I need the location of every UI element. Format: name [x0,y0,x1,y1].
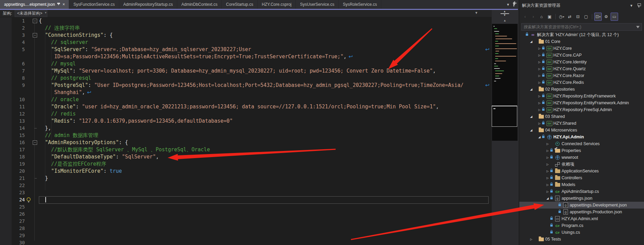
code-row[interactable]: 5"SqlServer": "Server=.;Database=hzy_adm… [0,46,492,53]
back-icon[interactable]: ‹ [521,13,529,21]
code-row[interactable]: 16"AdminRepositoryOptions": { [0,139,492,146]
code-row[interactable]: 23 [0,189,492,196]
tree-expander-icon[interactable]: ▷ [537,74,542,77]
tree-expander-icon[interactable]: ▷ [537,67,542,71]
tree-expander-icon[interactable]: ◢ [537,135,542,139]
code-row[interactable]: 7"MySql": "Server=localhost; port=3306; … [0,67,492,75]
tab-pin-icon[interactable] [57,3,60,6]
tree-item-hzy.core.cap[interactable]: ▷C#HZY.Core.CAP [519,52,644,59]
tree-expander-icon[interactable]: ▷ [529,238,534,241]
tree-item-hzy.core.redis[interactable]: ▷C#HZY.Core.Redis [519,79,644,86]
scroll-up-arrow[interactable]: ▲ [492,17,518,24]
collapse-all-icon[interactable]: ⊟ [574,13,582,21]
tree-item-04-microservices[interactable]: ◢04 Microservices [519,127,644,134]
code-row[interactable]: 19//是否监控EFCore程序 [0,160,492,168]
document-tab-1[interactable]: appsettings....elopment.json× [0,0,69,9]
tree-item-appsettings.production.json[interactable]: {}appsettings.Production.json [519,209,644,215]
search-filter-funnel-icon[interactable] [636,26,640,28]
editor-split-handle[interactable]: ▲▼ [492,10,518,17]
sync-with-active-document-icon[interactable]: ▣ [546,13,553,21]
code-row[interactable]: 30 [0,239,492,245]
tabstrip-gear-icon[interactable] [513,2,515,7]
tree-expander-icon[interactable]: ◢ [529,40,534,43]
tree-expander-icon[interactable]: ▷ [537,108,542,111]
tree-expander-icon[interactable]: ▷ [537,95,542,98]
panel-options-chevron-icon[interactable]: ▼ [630,4,633,7]
tree-expander-icon[interactable]: ◢ [529,88,534,91]
tree-item-hzy.api.admin[interactable]: ◢HZY.Api.Admin [519,134,644,140]
tree-expander-icon[interactable]: ▷ [545,170,550,173]
refresh-icon[interactable]: ⇄ [566,13,573,21]
code-row[interactable]: 22 [0,182,492,189]
tree-item-hzy.repository.entityframework[interactable]: ▷C#HZY.Repository.EntityFramework [519,93,644,99]
tree-item-02-repositories[interactable]: ◢02 Repositories [519,86,644,93]
code-row[interactable]: 28 [0,225,492,232]
tree-item-controllers[interactable]: ▷Controllers [519,174,644,181]
tree-expander-icon[interactable]: ▷ [545,177,550,180]
code-row[interactable]: 10// oracle [0,96,492,103]
tree-item-hzy.core.razor[interactable]: ▷C#HZY.Core.Razor [519,72,644,79]
code-row[interactable]: 6// mysql [0,60,492,67]
properties-icon[interactable]: ⚙ [602,13,610,21]
tree-item-models[interactable]: ▷Models [519,181,644,188]
fold-collapse-box[interactable]: − [33,33,37,37]
tree-item-hzy.core.identity[interactable]: ▷C#HZY.Core.Identity [519,59,644,65]
code-row[interactable]: 13"Redis": "127.0.0.1:6379,password=1234… [0,118,492,125]
tab-close-icon[interactable]: × [62,2,65,6]
code-row[interactable]: 15// admin 数据库管理 [0,132,492,139]
tree-expander-icon[interactable]: ◢ [545,197,550,200]
code-editor[interactable]: 1{2// 连接字符串3"ConnectionStrings": {4// sq… [0,17,492,245]
code-row[interactable]: 29 [0,232,492,239]
code-row[interactable]: 4// sqlserver [0,39,492,46]
solution-search-input[interactable] [522,25,636,29]
document-tab-2[interactable]: SysFunctionService.cs [69,0,119,9]
code-row[interactable]: 27 [0,218,492,225]
code-row[interactable]: 11"Oracle": "user id=hzy_admin_oracle_20… [0,103,492,110]
home-icon[interactable]: ⌂ [538,13,545,21]
map-viewport-box[interactable] [492,106,517,127]
document-tab-3[interactable]: AdminRepositoryStartup.cs [119,0,177,9]
tree-item-hzy.core[interactable]: ▷C#HZY.Core [519,45,644,52]
tree-item--hzy.admin-12-12-[interactable]: ∞解决方案 'HZY.Admin' (12 个项目, 共 12 个) [519,31,644,38]
architecture-dropdown[interactable]: <未选择架构> [15,10,47,17]
document-tab-5[interactable]: CoreStartup.cs [222,0,258,9]
tree-item-applicationservices[interactable]: ▷ApplicationServices [519,168,644,174]
forward-icon[interactable]: › [530,13,537,21]
tree-expander-icon[interactable]: ▷ [537,47,542,50]
code-row[interactable]: 18"DefaultDatabaseType": "SqlServer", [0,153,492,160]
document-tab-8[interactable]: SysRoleService.cs [339,0,381,9]
navbar-chevron-icon[interactable]: ▼ [475,11,478,15]
scrollbar-track[interactable] [492,141,518,245]
code-row[interactable]: 3"ConnectionStrings": { [0,32,492,39]
fold-collapse-box[interactable]: − [33,19,37,23]
tree-expander-icon[interactable]: ▷ [545,163,550,166]
solution-explorer-title-bar[interactable]: 解决方案资源管理器 ▼ [519,0,644,11]
tree-expander-icon[interactable]: ▷ [545,142,550,146]
tree-expander-icon[interactable]: ◢ [529,115,534,118]
code-row[interactable]: Shanghai", [0,89,492,96]
tree-item-03-shared[interactable]: ◢03 Shared [519,113,644,120]
tree-item-hzy.repository.freesql.admin[interactable]: ▷C#HZY.Repository.FreeSql.Admin [519,106,644,113]
tree-item-hzy.core.quartz[interactable]: ▷C#HZY.Core.Quartz [519,65,644,72]
tree-expander-icon[interactable]: ▷ [545,149,550,152]
tree-item-apiadminstartup.cs[interactable]: ▷C#ApiAdminStartup.cs [519,188,644,195]
document-tab-4[interactable]: AdminDbContext.cs [177,0,222,9]
tree-item-program.cs[interactable]: C#Program.cs [519,222,644,229]
preview-selected-items-icon[interactable]: ▢ [582,13,590,21]
tree-item--[interactable]: ▷依赖项 [519,161,644,168]
show-all-files-icon[interactable]: ▭ [611,13,618,21]
pending-changes-filter-icon[interactable]: ◷▾ [558,13,565,21]
tree-item-05-tests[interactable]: ▷05 Tests [519,236,644,243]
tree-expander-icon[interactable]: ▷ [545,190,550,193]
switch-views-icon[interactable]: ⊡▾ [594,13,602,21]
code-row[interactable]: 25 [0,203,492,211]
code-row[interactable]: 17//默认数据库类型 SqlServer 、MySql 、PostgreSql… [0,146,492,153]
tree-item-wwwroot[interactable]: ▷wwwroot [519,154,644,161]
code-row[interactable]: 1{ [0,17,492,25]
code-row[interactable]: 12// redis [0,110,492,118]
tree-expander-icon[interactable]: ▷ [537,102,542,105]
tree-item-hzy.api.admin.xml[interactable]: </>HZY.Api.Admin.xml [519,215,644,222]
code-row[interactable]: 8// postgresql [0,75,492,82]
code-row[interactable]: ID=sa;Password=123456;MultipleActiveResu… [0,53,492,60]
code-row[interactable]: 14}, [0,125,492,132]
